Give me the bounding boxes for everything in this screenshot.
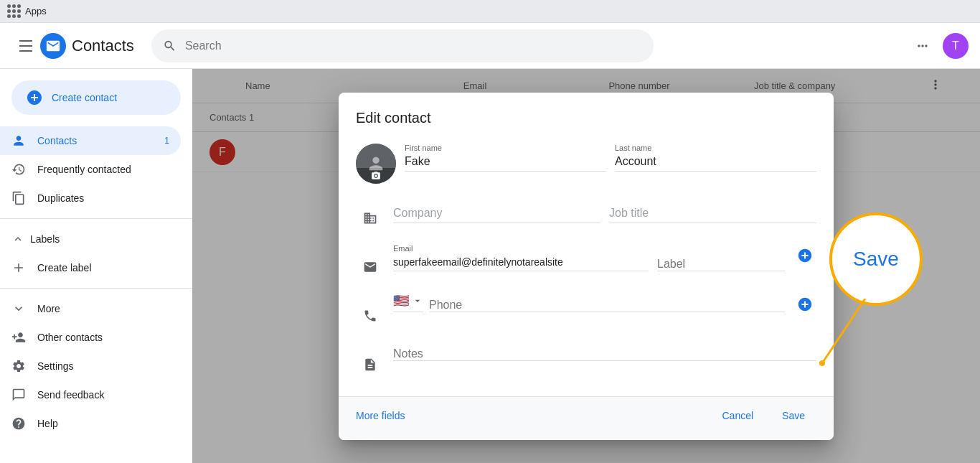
- labels-section-header[interactable]: Labels: [0, 225, 192, 253]
- avatar[interactable]: T: [943, 33, 969, 59]
- flag-icon: 🇺🇸: [393, 293, 409, 309]
- sidebar-item-other-contacts[interactable]: Other contacts: [0, 323, 181, 352]
- edit-contact-dialog: Edit contact: [339, 93, 834, 440]
- name-row: First name Last name: [356, 138, 816, 190]
- notes-icon: [356, 350, 385, 379]
- sidebar-item-create-label[interactable]: Create label: [0, 253, 181, 282]
- name-fields-group: First name Last name: [405, 144, 816, 172]
- phone-field[interactable]: [429, 293, 785, 312]
- sidebar-item-settings[interactable]: Settings: [0, 352, 181, 380]
- sidebar-item-frequently[interactable]: Frequently contacted: [0, 155, 181, 184]
- add-icon: [11, 261, 26, 275]
- labels-section-label: Labels: [30, 233, 60, 245]
- notes-input[interactable]: [393, 347, 816, 360]
- grid-apps-button[interactable]: [908, 32, 937, 60]
- create-contact-button[interactable]: Create contact: [11, 80, 181, 115]
- more-nav-label: More: [37, 303, 60, 314]
- notes-field[interactable]: [393, 342, 816, 361]
- sidebar-item-contacts[interactable]: Contacts 1: [0, 126, 181, 155]
- help-nav-label: Help: [37, 418, 58, 429]
- hamburger-menu[interactable]: [11, 32, 40, 60]
- first-name-field[interactable]: First name: [405, 144, 606, 172]
- search-icon: [163, 39, 176, 53]
- nav-divider: [0, 218, 192, 219]
- email-fields-group: Email: [393, 244, 785, 271]
- flag-selector[interactable]: 🇺🇸: [393, 293, 423, 312]
- search-bar[interactable]: [151, 29, 654, 62]
- person-icon: [11, 134, 26, 148]
- nav-divider-2: [0, 288, 192, 289]
- header-title: Contacts: [72, 37, 134, 55]
- sidebar-item-help[interactable]: Help: [0, 409, 181, 438]
- apps-grid-icon: [7, 4, 21, 18]
- label-input[interactable]: [657, 258, 785, 271]
- contact-avatar-edit[interactable]: [356, 144, 396, 184]
- first-name-label: First name: [405, 144, 442, 152]
- search-input[interactable]: [185, 39, 642, 52]
- phone-input[interactable]: [429, 299, 785, 312]
- company-row: [356, 190, 816, 238]
- last-name-input[interactable]: [615, 155, 816, 171]
- duplicates-nav-label: Duplicates: [37, 192, 84, 204]
- dialog-title: Edit contact: [339, 93, 834, 138]
- history-icon: [11, 162, 26, 177]
- apps-label: Apps: [25, 6, 47, 17]
- notes-row: [356, 336, 816, 385]
- sidebar-item-send-feedback[interactable]: Send feedback: [0, 380, 181, 409]
- more-fields-button[interactable]: More fields: [356, 403, 405, 429]
- email-icon: [356, 253, 385, 281]
- send-feedback-nav-label: Send feedback: [37, 389, 104, 401]
- create-plus-icon: [26, 89, 43, 106]
- other-contacts-nav-label: Other contacts: [37, 332, 103, 343]
- last-name-label: Last name: [615, 144, 651, 152]
- email-field[interactable]: Email: [393, 244, 649, 271]
- help-icon: [11, 416, 26, 431]
- dialog-actions: Cancel Save: [710, 403, 816, 429]
- sidebar-item-more[interactable]: More: [0, 294, 181, 323]
- dialog-footer: More fields Cancel Save: [339, 396, 834, 440]
- label-field[interactable]: [657, 252, 785, 271]
- header-right: T: [908, 32, 969, 60]
- add-phone-button[interactable]: [793, 293, 816, 316]
- email-row: Email: [356, 238, 816, 287]
- job-title-input[interactable]: [609, 207, 816, 223]
- sidebar: Create contact Contacts 1 Frequently con…: [0, 69, 192, 463]
- settings-nav-label: Settings: [37, 360, 74, 372]
- company-input[interactable]: [393, 207, 600, 223]
- apps-icon-area: Apps: [7, 4, 47, 18]
- sidebar-item-duplicates[interactable]: Duplicates: [0, 184, 181, 212]
- company-field[interactable]: [393, 195, 600, 223]
- last-name-field[interactable]: Last name: [615, 144, 816, 172]
- frequently-nav-label: Frequently contacted: [37, 164, 131, 175]
- create-label-nav-label: Create label: [37, 262, 92, 273]
- chevron-down-icon: [11, 301, 26, 316]
- feedback-icon: [11, 388, 26, 402]
- phone-fields-group: 🇺🇸: [393, 293, 785, 312]
- expand-less-icon: [11, 233, 24, 245]
- person-add-icon: [11, 330, 26, 345]
- add-email-button[interactable]: [793, 244, 816, 267]
- contacts-nav-label: Contacts: [37, 135, 77, 146]
- logo-icon: [40, 33, 66, 59]
- settings-icon: [11, 359, 26, 373]
- layout: Create contact Contacts 1 Frequently con…: [0, 69, 980, 463]
- company-icon: [356, 204, 385, 233]
- first-name-input[interactable]: [405, 155, 606, 171]
- app-bar: Apps: [0, 0, 980, 23]
- email-label: Email: [393, 244, 413, 253]
- phone-row: 🇺🇸: [356, 287, 816, 336]
- phone-icon: [356, 301, 385, 330]
- create-contact-label: Create contact: [52, 92, 117, 103]
- email-input[interactable]: [393, 256, 649, 271]
- company-fields-group: [393, 195, 816, 223]
- header: Contacts T: [0, 23, 980, 69]
- header-logo: Contacts: [40, 33, 134, 59]
- cancel-button[interactable]: Cancel: [710, 403, 765, 429]
- dialog-content: First name Last name: [339, 138, 834, 396]
- save-button[interactable]: Save: [771, 403, 816, 429]
- main-content: Name Email Phone number Job title & comp…: [192, 69, 980, 463]
- copy-icon: [11, 191, 26, 205]
- job-title-field[interactable]: [609, 195, 816, 223]
- contacts-badge: 1: [164, 136, 169, 146]
